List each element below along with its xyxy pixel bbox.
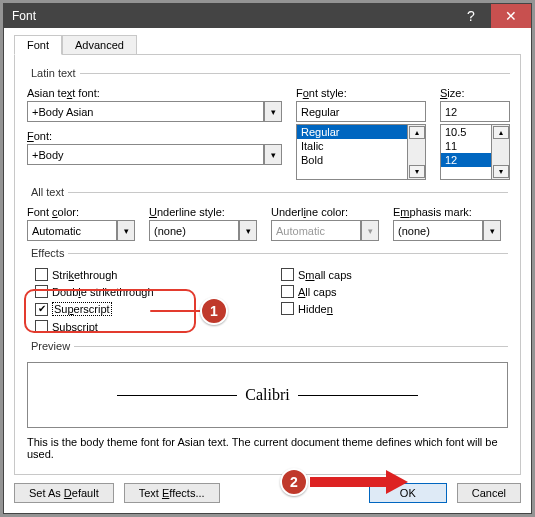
chevron-down-icon[interactable]: ▾ [117,220,135,241]
annotation-connector-1 [150,310,204,312]
legend-preview: Preview [27,340,74,352]
scrollbar[interactable]: ▴▾ [407,125,425,179]
annotation-badge-1: 1 [200,297,228,325]
preview-underline [117,395,237,396]
font-dialog: Font ? ✕ Font Advanced Latin text Asian … [3,3,532,514]
combo-asian-font[interactable]: +Body Asian ▾ [27,101,282,122]
list-item[interactable]: Regular [297,125,407,139]
combo-font-value[interactable]: +Body [27,144,264,165]
checkbox-icon[interactable] [281,268,294,281]
scrollbar[interactable]: ▴▾ [491,125,509,179]
chevron-down-icon[interactable]: ▾ [493,165,509,178]
group-preview: Preview Calibri This is the body theme f… [27,340,508,460]
label-underline-style: Underline style: [149,206,257,218]
legend-latin: Latin text [27,67,80,79]
label-font: Font: [27,130,282,142]
window-title: Font [12,9,451,23]
close-button[interactable]: ✕ [491,4,531,28]
tab-bar: Font Advanced [14,35,521,55]
check-all-caps[interactable]: All caps [281,285,441,298]
client-area: Font Advanced Latin text Asian text font… [4,28,531,513]
set-default-button[interactable]: Set As Default [14,483,114,503]
list-size[interactable]: 10.5 11 12 ▴▾ [440,124,510,180]
combo-font-color-value[interactable]: Automatic [27,220,117,241]
checkbox-icon[interactable] [35,320,48,333]
chevron-down-icon[interactable]: ▾ [409,165,425,178]
group-effects: Effects Strikethrough Double strikethrou… [27,247,508,334]
check-subscript[interactable]: Subscript [35,320,267,333]
combo-font-color[interactable]: Automatic ▾ [27,220,135,241]
chevron-down-icon[interactable]: ▾ [264,144,282,165]
tab-advanced[interactable]: Advanced [62,35,137,55]
combo-font[interactable]: +Body ▾ [27,144,282,165]
text-effects-button[interactable]: Text Effects... [124,483,220,503]
label-underline-color: Underline color: [271,206,379,218]
list-item[interactable]: 10.5 [441,125,491,139]
list-font-style[interactable]: Regular Italic Bold ▴▾ [296,124,426,180]
label-emphasis: Emphasis mark: [393,206,501,218]
list-item[interactable]: Bold [297,153,407,167]
legend-effects: Effects [27,247,68,259]
help-button[interactable]: ? [451,4,491,28]
preview-text: Calibri [245,386,289,404]
combo-emphasis[interactable]: (none) ▾ [393,220,501,241]
checkbox-icon[interactable] [35,285,48,298]
label-font-style: Font style: [296,87,426,99]
combo-underline-color-value: Automatic [271,220,361,241]
combo-emphasis-value[interactable]: (none) [393,220,483,241]
input-size-value[interactable]: 12 [440,101,510,122]
check-double-strikethrough[interactable]: Double strikethrough [35,285,267,298]
annotation-arrow [310,470,410,494]
combo-asian-font-value[interactable]: +Body Asian [27,101,264,122]
dialog-footer: Set As Default Text Effects... OK Cancel [14,475,521,503]
chevron-down-icon[interactable]: ▾ [239,220,257,241]
label-asian-font: Asian text font: [27,87,282,99]
titlebar: Font ? ✕ [4,4,531,28]
checkbox-icon[interactable] [281,302,294,315]
checkbox-icon[interactable] [281,285,294,298]
label-size: Size: [440,87,510,99]
preview-underline [298,395,418,396]
tab-body: Latin text Asian text font: +Body Asian … [14,54,521,475]
chevron-down-icon[interactable]: ▾ [483,220,501,241]
combo-underline-color: Automatic ▾ [271,220,379,241]
preview-description: This is the body theme font for Asian te… [27,436,508,460]
checkbox-icon[interactable] [35,268,48,281]
group-latin-text: Latin text Asian text font: +Body Asian … [27,67,510,180]
check-strikethrough[interactable]: Strikethrough [35,268,267,281]
check-superscript[interactable]: ✔Superscript [35,302,267,316]
chevron-down-icon: ▾ [361,220,379,241]
tab-font[interactable]: Font [14,35,62,55]
input-font-style[interactable]: Regular [296,101,426,122]
chevron-up-icon[interactable]: ▴ [493,126,509,139]
input-size[interactable]: 12 [440,101,510,122]
list-item[interactable]: 11 [441,139,491,153]
list-item[interactable]: Italic [297,139,407,153]
combo-underline-style-value[interactable]: (none) [149,220,239,241]
legend-all: All text [27,186,68,198]
cancel-button[interactable]: Cancel [457,483,521,503]
check-hidden[interactable]: Hidden [281,302,441,315]
checkbox-icon[interactable]: ✔ [35,303,48,316]
annotation-badge-2: 2 [280,468,308,496]
input-font-style-value[interactable]: Regular [296,101,426,122]
chevron-up-icon[interactable]: ▴ [409,126,425,139]
group-all-text: All text Font color: Automatic ▾ Underli… [27,186,508,241]
label-font-color: Font color: [27,206,135,218]
list-item[interactable]: 12 [441,153,491,167]
preview-box: Calibri [27,362,508,428]
combo-underline-style[interactable]: (none) ▾ [149,220,257,241]
chevron-down-icon[interactable]: ▾ [264,101,282,122]
check-small-caps[interactable]: Small caps [281,268,441,281]
